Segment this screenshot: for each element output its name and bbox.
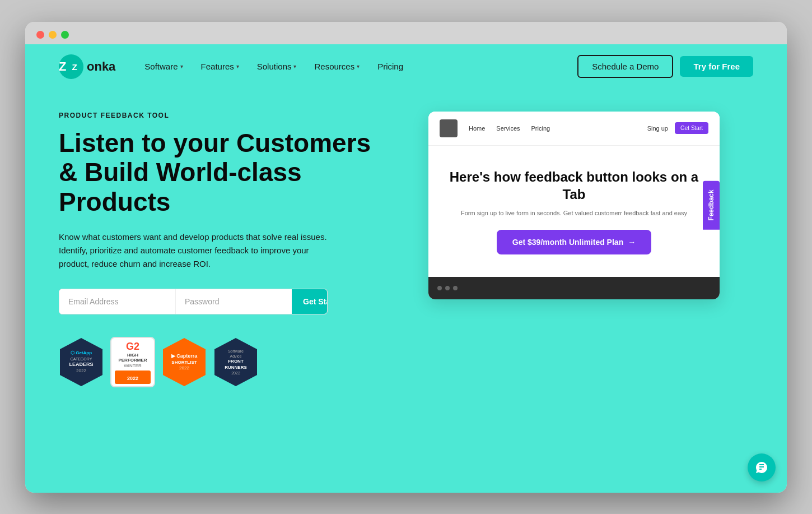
logo-icon: Z (59, 54, 83, 79)
preview-dots-bar (428, 277, 720, 299)
feedback-tab[interactable]: Feedback (703, 181, 720, 230)
hero-description: Know what customers want and develop pro… (59, 230, 339, 271)
preview-nav-home: Home (469, 125, 485, 132)
close-button[interactable] (36, 31, 44, 39)
preview-subtitle: Form sign up to live form in seconds. Ge… (445, 210, 703, 216)
preview-nav-right: Sing up Get Start (647, 122, 708, 134)
hero-section: PRODUCT FEEDBACK TOOL Listen to your Cus… (25, 89, 787, 410)
getapp-badge: ⬡ GetApp CATEGORY LEADERS 2022 (59, 337, 104, 387)
dot-1 (437, 286, 442, 290)
logo[interactable]: Z onka (59, 54, 115, 79)
preview-get-started-button[interactable]: Get Start (675, 122, 708, 134)
dot-3 (453, 286, 458, 290)
browser-window: Z onka Software ▾ Features ▾ Solutions ▾ (25, 22, 787, 493)
chevron-down-icon: ▾ (293, 63, 296, 70)
nav-right: Schedule a Demo Try for Free (577, 55, 753, 78)
hero-title: Listen to your Customers & Build World-c… (59, 128, 395, 217)
preview-navbar: Home Services Pricing Sing up Get Start (428, 112, 720, 146)
capterra-badge: ▶ Capterra SHORTLIST 2022 (162, 337, 207, 387)
product-label: PRODUCT FEEDBACK TOOL (59, 112, 395, 119)
nav-item-features[interactable]: Features ▾ (194, 57, 246, 76)
email-input[interactable] (59, 289, 176, 314)
logo-text: onka (87, 59, 115, 74)
preview-card: Home Services Pricing Sing up Get Start … (428, 112, 720, 299)
nav-item-solutions[interactable]: Solutions ▾ (250, 57, 304, 76)
password-input[interactable] (176, 289, 292, 314)
chat-bubble[interactable] (748, 453, 776, 481)
arrow-icon: → (628, 238, 636, 247)
hero-right: Home Services Pricing Sing up Get Start … (428, 112, 720, 299)
nav-item-resources[interactable]: Resources ▾ (307, 57, 366, 76)
preview-nav-pricing: Pricing (531, 125, 550, 132)
preview-signup-text: Sing up (647, 125, 668, 132)
nav-left: Z onka Software ▾ Features ▾ Solutions ▾ (59, 54, 410, 79)
nav-item-pricing[interactable]: Pricing (371, 57, 410, 76)
preview-nav-services: Services (496, 125, 520, 132)
minimize-button[interactable] (49, 31, 57, 39)
dot-2 (445, 286, 450, 290)
chevron-down-icon: ▾ (236, 63, 239, 70)
browser-content: Z onka Software ▾ Features ▾ Solutions ▾ (25, 44, 787, 493)
preview-nav-links: Home Services Pricing (469, 125, 550, 132)
nav-links: Software ▾ Features ▾ Solutions ▾ Resour… (138, 57, 410, 76)
navbar: Z onka Software ▾ Features ▾ Solutions ▾ (25, 44, 787, 89)
signup-form: Get Started (59, 289, 328, 314)
chevron-down-icon: ▾ (357, 63, 360, 70)
g2-badge: G2 HighPerformer WINTER 2022 (110, 337, 155, 387)
preview-body: Here's how feedback button looks on a Ta… (428, 146, 720, 266)
nav-item-software[interactable]: Software ▾ (138, 57, 189, 76)
badges-section: ⬡ GetApp CATEGORY LEADERS 2022 G2 HighPe… (59, 337, 395, 387)
maximize-button[interactable] (61, 31, 69, 39)
preview-cta-button[interactable]: Get $39/month Unlimited Plan → (497, 230, 651, 254)
browser-chrome (25, 22, 787, 44)
svg-text:Z: Z (72, 62, 77, 71)
get-started-button[interactable]: Get Started (292, 289, 328, 314)
try-free-button[interactable]: Try for Free (680, 56, 753, 77)
software-advice-badge: Software Advice FRONT RUNNERS 2022 (213, 337, 258, 387)
hero-left: PRODUCT FEEDBACK TOOL Listen to your Cus… (59, 112, 395, 388)
preview-logo (440, 119, 458, 137)
preview-title: Here's how feedback button looks on a Ta… (445, 168, 703, 203)
schedule-demo-button[interactable]: Schedule a Demo (577, 55, 673, 78)
chevron-down-icon: ▾ (180, 63, 183, 70)
